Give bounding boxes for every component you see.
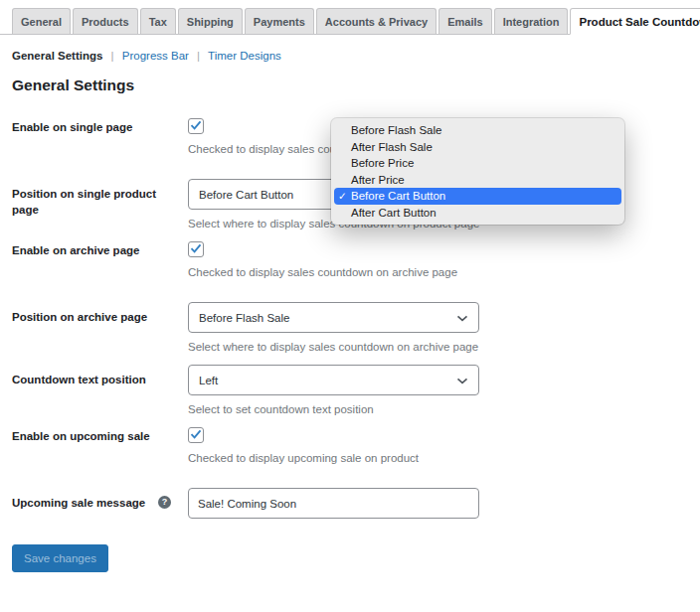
- enable-archive-page-checkbox[interactable]: [188, 241, 204, 257]
- tab-product-sale-countdown[interactable]: Product Sale Countdown: [570, 8, 700, 35]
- select-dropdown-popup: Before Flash Sale After Flash Sale Befor…: [331, 118, 624, 225]
- row-position-archive-page: Position on archive page Before Flash Sa…: [12, 302, 688, 353]
- settings-tab-bar: General Products Tax Shipping Payments A…: [0, 0, 700, 35]
- subnav-progress-bar[interactable]: Progress Bar: [122, 50, 189, 62]
- subnav-general-settings[interactable]: General Settings: [12, 50, 102, 62]
- countdown-text-position-description: Select to set countdown text position: [188, 403, 688, 415]
- row-enable-upcoming-sale: Enable on upcoming sale Checked to displ…: [12, 427, 688, 464]
- chevron-down-icon: [456, 375, 468, 386]
- check-icon: [190, 243, 202, 255]
- tab-shipping[interactable]: Shipping: [178, 8, 243, 35]
- subnav-separator: |: [197, 50, 200, 62]
- row-upcoming-sale-message: Upcoming sale message ?: [12, 488, 688, 519]
- countdown-text-position-select[interactable]: Left: [188, 365, 479, 395]
- enable-upcoming-sale-label: Enable on upcoming sale: [12, 427, 188, 464]
- countdown-text-position-select-value: Left: [199, 375, 218, 386]
- row-countdown-text-position: Countdown text position Left Select to s…: [12, 365, 688, 415]
- save-changes-button[interactable]: Save changes: [12, 544, 108, 572]
- dropdown-option-before-price[interactable]: Before Price: [334, 155, 621, 172]
- dropdown-option-after-flash-sale[interactable]: After Flash Sale: [334, 139, 621, 156]
- position-archive-page-label: Position on archive page: [12, 302, 188, 353]
- subnav-separator: |: [111, 50, 114, 62]
- enable-archive-page-label: Enable on archive page: [12, 241, 188, 278]
- dropdown-option-label: Before Cart Button: [351, 190, 445, 202]
- tab-tax[interactable]: Tax: [140, 8, 176, 35]
- upcoming-sale-message-label: Upcoming sale message: [12, 496, 145, 512]
- enable-upcoming-sale-description: Checked to display upcoming sale on prod…: [188, 452, 688, 464]
- row-enable-archive-page: Enable on archive page Checked to displa…: [12, 241, 688, 278]
- position-archive-page-select-value: Before Flash Sale: [199, 312, 289, 324]
- enable-single-page-label: Enable on single page: [12, 118, 188, 155]
- tab-payments[interactable]: Payments: [245, 8, 314, 35]
- check-icon: [190, 120, 202, 132]
- position-archive-page-select[interactable]: Before Flash Sale: [188, 302, 479, 333]
- position-single-page-label: Position on single product page: [12, 179, 188, 230]
- checkmark-icon: ✓: [338, 188, 347, 205]
- enable-archive-page-description: Checked to display sales countdown on ar…: [188, 266, 688, 278]
- enable-single-page-checkbox[interactable]: [188, 118, 204, 134]
- dropdown-option-after-price[interactable]: After Price: [334, 172, 621, 189]
- tab-emails[interactable]: Emails: [438, 8, 491, 35]
- chevron-down-icon: [456, 312, 468, 324]
- tab-general[interactable]: General: [12, 8, 71, 35]
- check-icon: [190, 429, 202, 441]
- section-subnav: General Settings | Progress Bar | Timer …: [0, 35, 700, 62]
- countdown-text-position-label: Countdown text position: [12, 365, 188, 415]
- position-archive-page-description: Select where to display sales countdown …: [188, 341, 688, 353]
- page-title: General Settings: [12, 76, 688, 94]
- enable-upcoming-sale-checkbox[interactable]: [188, 427, 204, 443]
- dropdown-option-before-flash-sale[interactable]: Before Flash Sale: [334, 122, 621, 139]
- tab-integration[interactable]: Integration: [494, 8, 569, 35]
- dropdown-option-before-cart-button[interactable]: ✓ Before Cart Button: [334, 188, 621, 205]
- help-icon[interactable]: ?: [158, 496, 171, 509]
- upcoming-sale-message-input[interactable]: [188, 488, 479, 519]
- tab-accounts-privacy[interactable]: Accounts & Privacy: [316, 8, 437, 35]
- position-single-page-select-value: Before Cart Button: [199, 189, 293, 201]
- subnav-timer-designs[interactable]: Timer Designs: [208, 50, 281, 62]
- dropdown-option-after-cart-button[interactable]: After Cart Button: [334, 205, 621, 222]
- tab-products[interactable]: Products: [73, 8, 138, 35]
